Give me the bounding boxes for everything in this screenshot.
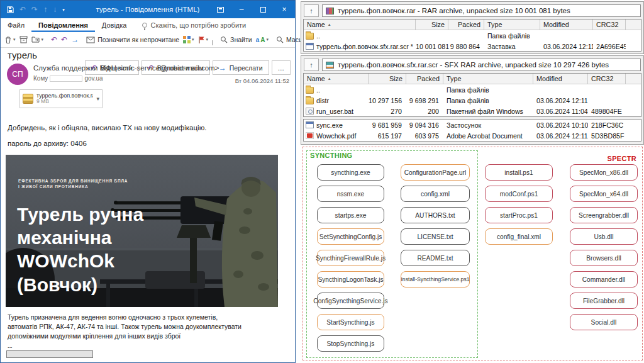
file-box: Usb.dll xyxy=(570,228,638,245)
archive-button[interactable] xyxy=(19,36,28,43)
move-up-icon[interactable]: ↑ xyxy=(43,6,47,13)
tab-help[interactable]: Довідка xyxy=(95,18,134,32)
chevron-down-icon[interactable]: ▾ xyxy=(96,96,99,102)
reply-all-button[interactable]: ↶ xyxy=(61,35,67,44)
minimize-button[interactable]: – xyxy=(231,1,252,18)
customize-qat-icon[interactable]: ▾ xyxy=(62,8,65,12)
column-header-size[interactable]: Size xyxy=(369,74,406,84)
column-header-modified[interactable]: Modified xyxy=(540,20,593,30)
ribbon-display-options-button[interactable] xyxy=(209,1,231,18)
attachment-chip[interactable]: туррель.фоп.вовчок.rar 9 МВ ▾ xyxy=(19,89,103,108)
address-text: туррель.фоп.вовчок.sfx.rar.scr - SFX RAR… xyxy=(338,61,609,69)
table-row[interactable]: distr 10 297 156 9 698 291 Папка файлів … xyxy=(304,95,641,106)
scr-icon xyxy=(306,43,314,50)
ribbon-tabs: Файл Повідомлення Довідка Скажіть, що по… xyxy=(1,18,295,32)
poster-title-line: WOWchOk xyxy=(17,249,143,272)
tell-me-box[interactable]: Скажіть, що потрібно зробити xyxy=(142,21,246,29)
table-row[interactable]: туррель.фоп.вовчок.sfx.rar.scr * 10 001 … xyxy=(304,41,641,52)
column-header-crc32[interactable]: CRC32 xyxy=(593,20,626,30)
file-rows: .. Папка файлів туррель.фоп.вовчок.sfx.r… xyxy=(304,30,641,52)
winrar-toolbar: ↑ туррель.фоп.вовчок.sfx.rar.scr - SFX R… xyxy=(301,56,643,73)
diagram-column: SpecMon_x86.dllSpecMon_x64.dllScreengrab… xyxy=(570,164,638,330)
attachment-meta: туррель.фоп.вовчок.rar 9 МВ xyxy=(36,92,94,105)
quick-access-toolbar: ↶ ↷ ↑ ↓ ▾ xyxy=(1,6,65,13)
sort-asc-icon: ▲ xyxy=(328,23,331,26)
poster-title-line: Турель ручна xyxy=(17,203,143,226)
file-box: SyncthingFirewallRule.js xyxy=(317,250,384,266)
up-directory-button[interactable]: ↑ xyxy=(304,4,319,17)
file-box: Install-SyncthingService.ps1 xyxy=(401,271,470,288)
body-greeting: Добридень, як і обіцяла, висилаю ТХ на н… xyxy=(8,124,206,131)
chevron-down-icon: ▾ xyxy=(266,37,269,42)
folder-icon xyxy=(306,33,314,40)
column-header-packed[interactable]: Packed xyxy=(448,20,484,30)
redo-icon[interactable]: ↷ xyxy=(31,6,38,13)
file-rows: sync.exe 9 681 959 9 094 316 Застосунок … xyxy=(304,120,641,141)
mark-unread-button[interactable]: Позначити як непрочитане xyxy=(86,36,179,43)
redacted-recipient xyxy=(50,75,82,82)
maximize-button[interactable] xyxy=(252,1,274,18)
tab-message[interactable]: Повідомлення xyxy=(31,18,95,32)
poster-title: Турель ручна механічна WOWchOk (Вовчок) xyxy=(17,203,143,296)
file-box: AUTHORS.txt xyxy=(401,207,470,223)
forward-button[interactable]: → Переслати xyxy=(213,60,269,75)
undo-icon[interactable]: ↶ xyxy=(19,6,26,13)
file-box: README.txt xyxy=(401,250,470,266)
outlook-message-window: турель - Повідомлення (HTML) ↶ ↷ ↑ ↓ ▾ –… xyxy=(0,0,296,363)
find-button[interactable]: Знайти xyxy=(220,36,252,43)
column-header-name[interactable]: Name▲ xyxy=(304,20,416,30)
column-header-crc32[interactable]: CRC32 xyxy=(588,74,626,84)
file-box: SpecMon_x86.dll xyxy=(570,164,638,181)
table-row[interactable]: Wowchok.pdf 615 197 603 975 Adobe Acroba… xyxy=(304,130,641,141)
poster-tagline: І ЖИВОЇ СИЛИ ПРОТИВНИКА xyxy=(18,184,89,189)
up-directory-button[interactable]: ↑ xyxy=(304,59,319,71)
received-date: Вт 04.06.2024 11:52 xyxy=(235,77,289,84)
forward-button[interactable]: → xyxy=(71,35,79,44)
title-bar: турель - Повідомлення (HTML) ↶ ↷ ↑ ↓ ▾ –… xyxy=(1,1,295,18)
diagram-column: syncthing.exenssm.exestartps.exeSetSynct… xyxy=(317,164,384,352)
chevron-down-icon: ▾ xyxy=(13,37,16,42)
tab-file[interactable]: Файл xyxy=(1,18,31,32)
file-box: config.xml xyxy=(401,186,470,202)
reply-button[interactable]: ↶ xyxy=(51,35,57,44)
address-bar[interactable]: туррель.фоп.вовчок.sfx.rar.scr - SFX RAR… xyxy=(322,59,641,71)
mark-unread-label: Позначити як непрочитане xyxy=(97,36,179,43)
column-header-modified[interactable]: Modified xyxy=(533,74,588,84)
file-box: StopSyncthing.js xyxy=(317,335,384,352)
dialog-launcher-icon[interactable] xyxy=(212,40,213,45)
move-button[interactable]: ▾ xyxy=(31,36,44,43)
body-description: Турель призначена для ведення вогню одно… xyxy=(8,313,242,342)
rar-attachment-icon xyxy=(23,94,33,104)
translate-button[interactable]: а A ▾ xyxy=(256,36,269,43)
categorize-button[interactable]: ▾ xyxy=(183,36,194,43)
column-header-filler xyxy=(626,74,641,84)
attachment-size: 9 МВ xyxy=(36,99,94,105)
move-down-icon[interactable]: ↓ xyxy=(53,6,57,13)
pdf-icon xyxy=(306,132,314,139)
table-row[interactable]: sync.exe 9 681 959 9 094 316 Застосунок … xyxy=(304,120,641,130)
column-header-size[interactable]: Size xyxy=(416,20,448,30)
table-row[interactable]: .. Папка файлів xyxy=(304,30,641,41)
bat-icon xyxy=(306,108,314,114)
address-bar[interactable]: туррель.фоп.вовчок.rar - RAR archive, un… xyxy=(322,4,641,17)
column-header-type[interactable]: Type xyxy=(443,74,533,84)
column-header-packed[interactable]: Packed xyxy=(406,74,443,84)
close-button[interactable]: × xyxy=(274,1,295,18)
malware-components-diagram: SYNCTHING SPECTR syncthing.exenssm.exest… xyxy=(303,147,643,360)
follow-up-flag-button[interactable]: ▾ xyxy=(198,36,209,44)
recipient-line: Кому gov.ua xyxy=(33,75,103,82)
more-actions-button[interactable]: … xyxy=(272,60,291,75)
file-box: install.ps1 xyxy=(485,164,553,181)
file-box: Commander.dll xyxy=(570,271,638,288)
tell-me-label: Скажіть, що потрібно зробити xyxy=(150,21,246,29)
delete-button[interactable]: ▾ xyxy=(4,36,16,44)
table-row[interactable]: .. Папка файлів xyxy=(304,84,641,95)
column-header-type[interactable]: Type xyxy=(484,20,540,30)
file-box: config_final.xml xyxy=(485,228,553,245)
file-box: LICENSE.txt xyxy=(401,228,470,245)
save-icon[interactable] xyxy=(7,6,14,13)
translate-icon: а xyxy=(256,36,260,43)
file-box: Browsers.dll xyxy=(570,250,638,266)
column-header-name[interactable]: Name▲ xyxy=(304,74,369,84)
table-row[interactable]: run_user.bat 270 200 Пакетний файл Windo… xyxy=(304,106,641,116)
